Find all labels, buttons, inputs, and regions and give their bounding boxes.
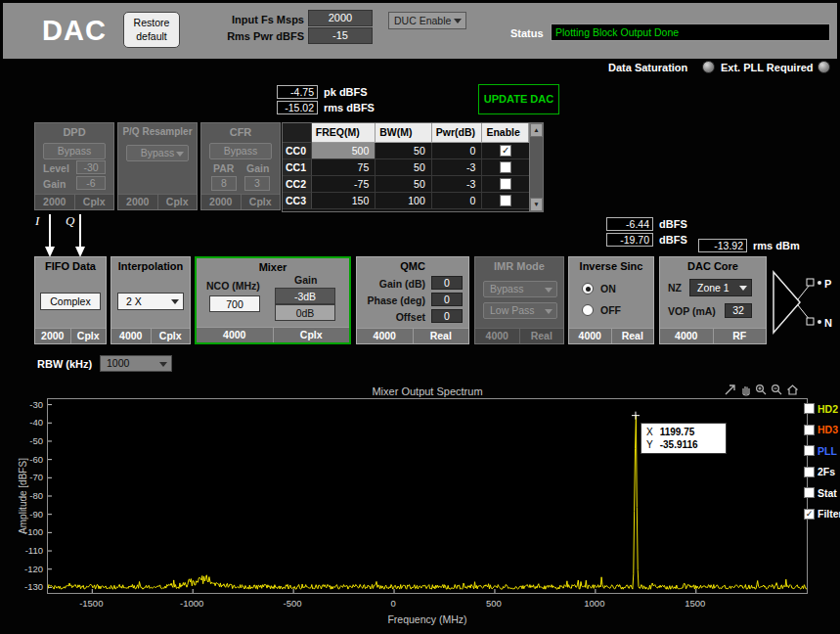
nco-field[interactable]: 700 [209,295,260,312]
p-dot-icon [818,281,821,285]
data-saturation-label: Data Saturation [608,62,687,73]
bw-cell[interactable]: 100 [376,193,432,209]
qmc-phase-field[interactable]: 0 [431,293,463,306]
imr-option1: Bypass [490,283,523,294]
cfr-gain-field: 3 [244,176,270,191]
pwr-cell[interactable]: -3 [432,159,483,176]
cfr-par-field: 8 [211,176,237,191]
scroll-down-icon[interactable]: ▼ [530,198,543,211]
dropdown-arrow-icon [545,288,553,293]
dpd-bypass-button: Bypass [43,143,106,159]
input-fs-field[interactable]: 2000 [308,10,373,26]
pan-hand-icon[interactable] [739,384,752,396]
pwr-cell[interactable]: 0 [432,193,483,209]
inverse-sinc-panel: Inverse Sinc ON OFF 4000Real [568,256,654,344]
dac-core-title: DAC Core [660,257,766,272]
pwr-cell[interactable]: 0 [432,143,483,159]
chart-title: Mixer Output Spectrum [47,385,808,397]
dpd-title: DPD [35,123,113,138]
mixer-rate-bar: 4000Cplx [197,327,349,342]
mixer-gain-option-selected[interactable]: -3dB [275,288,335,304]
mixer-gain-option[interactable]: 0dB [275,304,335,321]
freq-cell[interactable]: 75 [312,159,376,176]
resampler-bypass-dropdown: Bypass [126,145,189,161]
legend-label: Filter [818,508,840,520]
table-row: CC31501000 [283,193,529,209]
cursor-tool-icon[interactable] [724,384,736,396]
cfr-rate: 2000 [201,195,241,209]
enable-checkbox[interactable] [500,195,511,206]
freq-cell[interactable]: -75 [312,176,376,193]
dpd-level-field: -30 [76,160,106,174]
y-tick-label: -30 [10,399,43,410]
enable-checkbox[interactable]: ✓ [500,145,511,157]
legend-checkbox[interactable] [804,467,815,477]
zoom-in-icon[interactable] [755,384,768,396]
dac-core-format: RF [713,329,767,343]
spectrum-plot[interactable]: X1199.75 Y-35.9116 [47,398,808,594]
nz-zone-dropdown[interactable]: Zone 1 [689,279,752,296]
duc-enable-dropdown[interactable]: DUC Enable [388,12,466,29]
interpolation-dropdown[interactable]: 2 X [117,293,184,310]
legend-item: HD2 [804,398,837,420]
update-dac-button[interactable]: UPDATE DAC [478,84,559,114]
inverse-sinc-rate: 4000 [569,329,611,343]
cfr-gain-label: Gain [246,162,269,174]
rms-pwr-field[interactable]: -15 [308,27,373,44]
dac-output-diagram: P N [771,262,837,342]
legend-checkbox[interactable] [804,445,815,456]
zoom-out-icon[interactable] [771,384,783,396]
home-icon[interactable] [786,384,799,396]
imr-bypass-dropdown: Bypass [483,281,557,297]
bw-cell[interactable]: 50 [376,176,432,193]
legend-checkbox[interactable]: ✓ [804,509,815,520]
scroll-up-icon[interactable]: ▲ [530,123,543,137]
fifo-format: Cplx [70,329,107,343]
dpd-panel: DPD Bypass Level -30 Gain -6 2000Cplx [34,122,114,210]
qmc-format: Real [413,329,469,343]
freq-cell[interactable]: 500 [312,143,376,159]
freq-cell[interactable]: 150 [312,193,376,209]
duc-enable-label: DUC Enable [394,15,451,26]
cfr-bypass-button: Bypass [209,143,272,159]
legend-checkbox[interactable] [804,403,815,414]
carrier-table-main: FREQ(M)BW(M)Pwr(dB)Enable CC0500500✓CC17… [283,123,529,211]
inverse-sinc-off-radio[interactable] [582,304,594,316]
interpolation-rate: 4000 [111,329,151,343]
inverse-sinc-off-label: OFF [600,304,621,316]
top-bar: DAC Restore default Input Fs Msps Rms Pw… [3,3,837,59]
pwr-cell[interactable]: -3 [432,176,483,193]
pk-dbfs-readout: -4.75 [277,85,318,99]
bw-cell[interactable]: 50 [376,143,432,159]
table-scrollbar[interactable]: ▲ ▼ [529,123,543,211]
rbw-dropdown[interactable]: 1000 [100,355,172,372]
enable-checkbox[interactable] [500,161,511,173]
resampler-rate-bar: 2000Cplx [118,194,197,209]
inverse-sinc-on-radio[interactable] [582,283,594,294]
fifo-title: FIFO Data [35,257,106,272]
restore-default-button[interactable]: Restore default [123,12,180,48]
vop-field[interactable]: 32 [725,303,752,318]
dropdown-arrow-icon [454,19,462,23]
legend-checkbox[interactable] [804,487,815,498]
enable-checkbox[interactable] [500,178,511,190]
qmc-gain-field[interactable]: 0 [431,276,463,290]
legend-item: HD3 [804,420,837,441]
chain-pk-readout: -6.44 [606,217,653,231]
chain-power-readout: -13.92 [698,239,747,252]
imr-lowpass-dropdown: Low Pass [483,302,557,319]
legend-checkbox[interactable] [804,425,815,435]
qmc-offset-field[interactable]: 0 [431,309,463,323]
interpolation-value: 2 X [126,295,142,307]
cc-row-label: CC3 [283,193,312,209]
fifo-format-field[interactable]: Complex [40,293,101,310]
scrollbar-track[interactable] [530,137,543,198]
rms-dbfs-unit: rms dBFS [324,102,375,113]
legend-item: ✓Filter [804,504,837,525]
p-pin-icon [807,279,814,286]
dac-core-rate: 4000 [660,329,713,343]
enable-cell [482,159,529,176]
mixer-panel: Mixer NCO (MHz) 700 Gain -3dB 0dB 4000Cp… [195,256,351,344]
bw-cell[interactable]: 50 [376,159,432,176]
chain-rms-unit: dBFS [659,234,687,246]
